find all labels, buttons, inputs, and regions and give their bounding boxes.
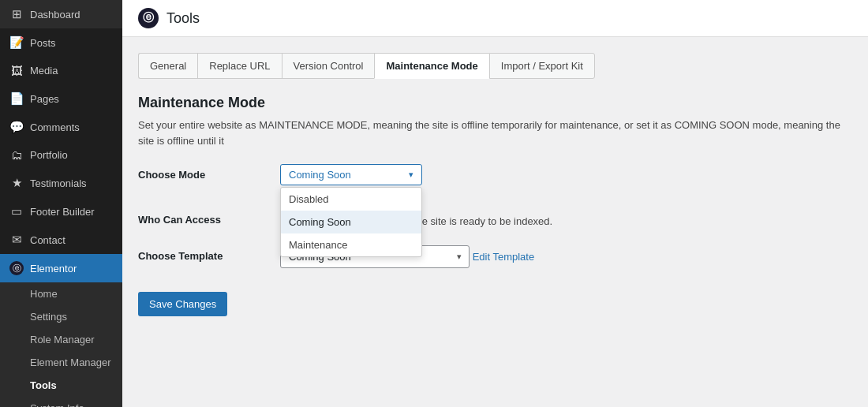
sidebar-item-portfolio[interactable]: 🗂 Portfolio [0, 141, 122, 169]
contact-icon: ✉ [9, 233, 24, 247]
sidebar-item-pages[interactable]: 📄 Pages [0, 84, 122, 113]
sidebar-item-posts[interactable]: 📝 Posts [0, 28, 122, 57]
chevron-down-icon: ▾ [409, 170, 413, 180]
sidebar-item-label: Footer Builder [30, 206, 95, 218]
mode-option-disabled[interactable]: Disabled [281, 188, 421, 211]
portfolio-icon: 🗂 [9, 148, 24, 162]
section-title: Maintenance Mode [138, 95, 852, 111]
sidebar-sub-menu: Home Settings Role Manager Element Manag… [0, 282, 122, 407]
pages-icon: 📄 [9, 91, 24, 106]
section-description: Set your entire website as MAINTENANCE M… [138, 118, 852, 148]
tab-maintenance-mode[interactable]: Maintenance Mode [374, 53, 488, 79]
content-area: General Replace URL Version Control Main… [122, 37, 868, 407]
sidebar-sub-system-info[interactable]: System Info [0, 397, 122, 407]
mode-dropdown-selected: Coming Soon [289, 169, 351, 181]
page-title: Tools [166, 10, 200, 27]
main-content: ⓔ Tools General Replace URL Version Cont… [122, 0, 868, 407]
sidebar-sub-settings[interactable]: Settings [0, 305, 122, 328]
elementor-label: Elementor [30, 263, 77, 274]
maintenance-mode-section: Maintenance Mode Set your entire website… [138, 95, 852, 316]
who-can-access-row: Who Can Access ns HTTP 200 code, meaning… [138, 209, 852, 230]
top-bar: ⓔ Tools [122, 0, 868, 37]
sidebar-item-comments[interactable]: 💬 Comments [0, 113, 122, 141]
mode-dropdown-menu: Disabled Coming Soon Maintenance [280, 187, 422, 257]
mode-option-maintenance[interactable]: Maintenance [281, 233, 421, 256]
sidebar-item-label: Media [30, 65, 58, 77]
sidebar-item-footer-builder[interactable]: ▭ Footer Builder [0, 197, 122, 226]
comments-icon: 💬 [9, 120, 24, 134]
choose-template-label: Choose Template [138, 245, 264, 262]
sidebar-item-label: Portfolio [30, 149, 68, 161]
who-can-access-label: Who Can Access [138, 209, 264, 226]
save-changes-button[interactable]: Save Changes [138, 292, 227, 316]
mode-dropdown-button[interactable]: Coming Soon ▾ [280, 164, 422, 185]
media-icon: 🖼 [9, 64, 24, 77]
tab-replace-url[interactable]: Replace URL [197, 53, 281, 79]
mode-dropdown-container: Coming Soon ▾ Disabled Coming Soon Maint… [280, 164, 422, 185]
mode-option-coming-soon[interactable]: Coming Soon [281, 211, 421, 233]
sidebar-item-label: Testimonials [30, 177, 87, 189]
choose-mode-label: Choose Mode [138, 164, 264, 181]
elementor-icon: ⓔ [9, 261, 24, 275]
sidebar-item-media[interactable]: 🖼 Media [0, 57, 122, 84]
dashboard-icon: ⊞ [9, 7, 24, 21]
tab-general[interactable]: General [138, 53, 197, 79]
footer-builder-icon: ▭ [9, 204, 24, 218]
sidebar-item-label: Comments [30, 121, 80, 133]
sidebar-item-dashboard[interactable]: ⊞ Dashboard [0, 0, 122, 28]
top-bar-icon: ⓔ [138, 8, 159, 28]
testimonials-icon: ★ [9, 176, 24, 190]
sidebar-sub-element-manager[interactable]: Element Manager [0, 351, 122, 374]
tab-import-export[interactable]: Import / Export Kit [489, 53, 595, 79]
tab-version-control[interactable]: Version Control [282, 53, 375, 79]
posts-icon: 📝 [9, 35, 24, 50]
sidebar-item-label: Posts [30, 37, 56, 49]
edit-template-link[interactable]: Edit Template [473, 251, 535, 263]
choose-template-row: Choose Template Coming Soon ▾ Edit Templ… [138, 245, 852, 268]
sidebar-item-contact[interactable]: ✉ Contact [0, 226, 122, 254]
sidebar: ⊞ Dashboard 📝 Posts 🖼 Media 📄 Pages 💬 Co… [0, 0, 122, 407]
sidebar-item-label: Dashboard [30, 9, 80, 21]
choose-mode-row: Choose Mode Coming Soon ▾ Disabled Comin… [138, 164, 852, 185]
sidebar-item-label: Pages [30, 93, 59, 105]
choose-mode-field: Coming Soon ▾ Disabled Coming Soon Maint… [280, 164, 675, 185]
sidebar-sub-role-manager[interactable]: Role Manager [0, 328, 122, 351]
sidebar-item-testimonials[interactable]: ★ Testimonials [0, 169, 122, 197]
sidebar-elementor-header[interactable]: ⓔ Elementor [0, 254, 122, 282]
sidebar-sub-home[interactable]: Home [0, 282, 122, 305]
sidebar-sub-tools[interactable]: Tools [0, 374, 122, 397]
sidebar-item-label: Contact [30, 234, 65, 246]
tabs-container: General Replace URL Version Control Main… [138, 53, 852, 79]
